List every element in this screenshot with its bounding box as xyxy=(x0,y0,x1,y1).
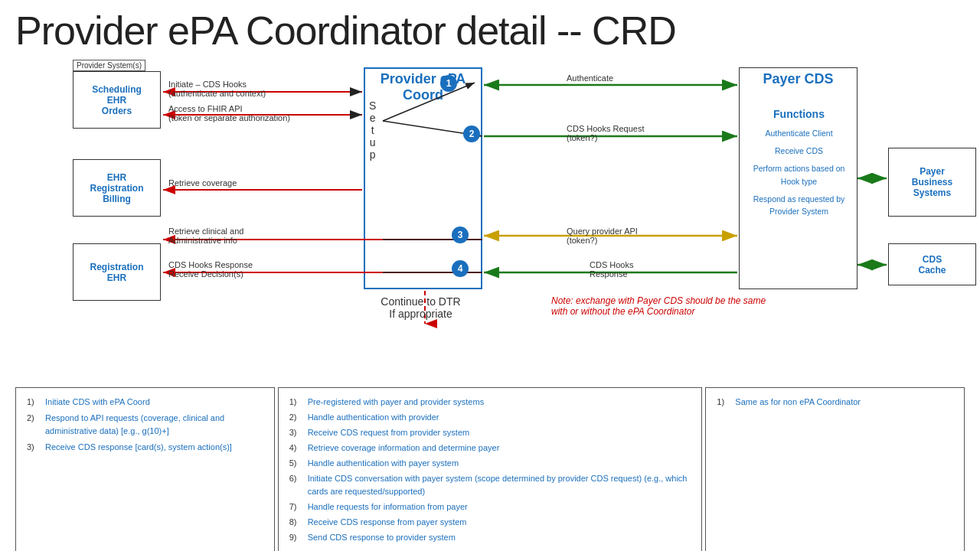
num-circle-4: 4 xyxy=(452,260,469,277)
num-circle-3: 3 xyxy=(452,227,469,243)
scheduling-box: Scheduling EHR Orders xyxy=(73,71,161,129)
label-retrieve-clinical: Retrieve clinical and Administrative inf… xyxy=(168,227,352,245)
page: Provider ePA Coordinator detail -- CRD P… xyxy=(0,0,980,551)
label-cds-hooks-request: CDS Hooks Request (token?) xyxy=(567,124,704,142)
continue-dtr: Continue to DTR If appropriate xyxy=(365,295,476,320)
label-authenticate: Authenticate xyxy=(567,73,613,83)
label-access-fhir: Access to FHIR API (token or separate au… xyxy=(168,104,352,122)
bottom-left-box: 1)Initiate CDS with ePA Coord2)Respond t… xyxy=(15,387,275,551)
label-cds-hooks-response: CDS Hooks Response Receive Decision(s) xyxy=(168,260,352,279)
diagram-area: Provider System(s) Scheduling EHR Orders… xyxy=(15,60,965,381)
payer-functions-title: Functions xyxy=(744,106,854,122)
label-query-provider: Query provider API (token?) xyxy=(567,227,704,245)
payer-func-1: Authenticate Client xyxy=(744,127,854,140)
label-retrieve-coverage: Retrieve coverage xyxy=(168,178,237,187)
provider-systems-label: Provider System(s) xyxy=(73,60,145,71)
payer-business-box: Payer Business Systems xyxy=(888,148,976,217)
label-cds-hooks-resp2: CDS Hooks Response xyxy=(590,260,727,279)
num-circle-2: 2 xyxy=(463,126,480,142)
bottom-right-box: 1)Same as for non ePA Coordinator xyxy=(705,387,965,551)
label-initiate: Initiate – CDS Hooks (authenticate and c… xyxy=(168,80,352,98)
cds-cache-box: CDS Cache xyxy=(888,243,976,285)
setup-text: S e t u p xyxy=(369,99,377,161)
payer-func-3: Perform actions based on Hook type xyxy=(744,162,854,188)
payer-cds-title: Payer CDS xyxy=(743,71,854,87)
bottom-mid-box: 1)Pre-registered with payer and provider… xyxy=(278,387,703,551)
payer-func-4: Respond as requested by Provider System xyxy=(744,193,854,219)
page-title: Provider ePA Coordinator detail -- CRD xyxy=(15,8,965,54)
ehr-reg-box: EHR Registration Billing xyxy=(73,159,161,217)
payer-functions: Functions Authenticate Client Receive CD… xyxy=(744,106,854,223)
note-text: Note: exchange with Payer CDS should be … xyxy=(551,295,842,317)
bottom-section: 1)Initiate CDS with ePA Coord2)Respond t… xyxy=(15,387,965,551)
num-circle-1: 1 xyxy=(440,75,457,92)
reg-ehr-box: Registration EHR xyxy=(73,243,161,301)
provider-epa-title: Provider ePA Coord xyxy=(368,71,479,103)
payer-func-2: Receive CDS xyxy=(744,145,854,158)
